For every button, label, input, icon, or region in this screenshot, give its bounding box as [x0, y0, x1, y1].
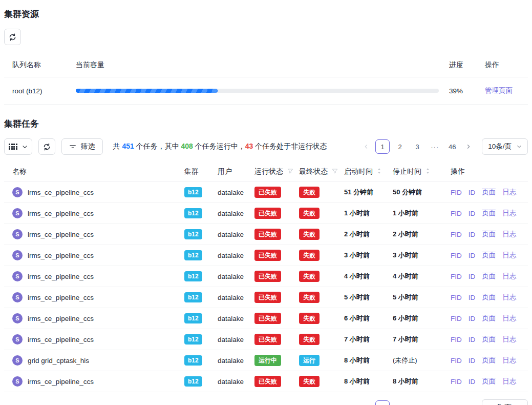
page-button-1[interactable]: 1	[375, 400, 390, 405]
action-link-页面[interactable]: 页面	[482, 188, 496, 197]
resources-action-header: 操作	[475, 53, 528, 77]
run-status-header-label: 运行状态	[254, 167, 283, 176]
action-link-页面[interactable]: 页面	[482, 356, 496, 365]
action-link-页面[interactable]: 页面	[482, 209, 496, 218]
cluster-badge: b12	[184, 292, 202, 302]
action-link-id[interactable]: ID	[469, 210, 476, 217]
cluster-badge: b12	[184, 334, 202, 345]
cluster-badge: b12	[184, 271, 202, 281]
summary-count: 43	[245, 142, 253, 150]
final-status-badge: 失败	[299, 208, 320, 219]
page-button-1[interactable]: 1	[375, 139, 390, 154]
filter-button[interactable]: 筛选	[61, 138, 103, 155]
prev-page-button[interactable]	[360, 400, 372, 405]
task-user: datalake	[218, 315, 254, 322]
action-link-id[interactable]: ID	[469, 189, 476, 196]
prev-page-button[interactable]	[360, 139, 372, 154]
action-link-id[interactable]: ID	[469, 231, 476, 238]
page-size-select[interactable]: 10条/页	[482, 399, 528, 405]
action-link-页面[interactable]: 页面	[482, 314, 496, 323]
stop-time: 2 小时前	[393, 230, 418, 238]
action-link-日志[interactable]: 日志	[502, 293, 516, 302]
task-name: irms_ce_pipeline_ccs	[28, 378, 94, 386]
next-page-button[interactable]	[462, 139, 475, 154]
cluster-badge: b12	[184, 229, 202, 239]
page-ellipsis[interactable]: ···	[428, 400, 442, 405]
action-link-id[interactable]: ID	[469, 252, 476, 259]
task-actions: FIDID页面日志	[440, 377, 528, 386]
action-link-fid[interactable]: FID	[451, 315, 462, 322]
tasks-toolbar: 筛选 共 451 个任务，其中 408 个任务运行中，43 个任务处于非运行状态…	[4, 138, 528, 155]
manage-page-link[interactable]: 管理页面	[485, 87, 513, 94]
action-link-页面[interactable]: 页面	[482, 377, 496, 386]
task-row: S irms_ce_pipeline_ccs b12 datalake 已失败 …	[4, 224, 528, 245]
action-link-日志[interactable]: 日志	[502, 335, 516, 344]
action-link-fid[interactable]: FID	[451, 336, 462, 343]
task-name: irms_ce_pipeline_ccs	[28, 189, 94, 196]
action-link-fid[interactable]: FID	[451, 210, 462, 217]
task-name: grid grid_cptask_his	[28, 357, 89, 364]
action-link-日志[interactable]: 日志	[502, 230, 516, 239]
filter-funnel-icon[interactable]	[332, 168, 338, 176]
action-link-日志[interactable]: 日志	[502, 251, 516, 260]
run-status-badge: 已失败	[254, 376, 281, 387]
action-link-fid[interactable]: FID	[451, 189, 462, 196]
next-page-button[interactable]	[462, 400, 475, 405]
action-link-id[interactable]: ID	[469, 294, 476, 301]
action-link-页面[interactable]: 页面	[482, 293, 496, 302]
task-name: irms_ce_pipeline_ccs	[28, 210, 94, 217]
sort-icon[interactable]	[425, 168, 430, 176]
resources-refresh-button[interactable]	[4, 29, 21, 45]
page-button-46[interactable]: 46	[445, 400, 459, 405]
page-button-3[interactable]: 3	[410, 139, 424, 154]
cluster-badge: b12	[184, 250, 202, 260]
start-time-header: 启动时间	[344, 162, 393, 181]
page-ellipsis[interactable]: ···	[428, 139, 442, 154]
page-button-2[interactable]: 2	[393, 139, 407, 154]
start-time: 3 小时前	[344, 251, 370, 259]
spark-avatar: S	[12, 313, 23, 323]
action-link-id[interactable]: ID	[469, 336, 476, 343]
task-user: datalake	[218, 273, 254, 280]
action-link-页面[interactable]: 页面	[482, 230, 496, 239]
action-link-id[interactable]: ID	[469, 357, 476, 364]
queue-name: root (b12)	[4, 78, 76, 104]
spark-avatar: S	[12, 208, 23, 218]
action-link-页面[interactable]: 页面	[482, 272, 496, 281]
action-link-id[interactable]: ID	[469, 315, 476, 322]
action-link-页面[interactable]: 页面	[482, 335, 496, 344]
page-button-3[interactable]: 3	[410, 400, 424, 405]
action-link-id[interactable]: ID	[469, 273, 476, 280]
task-row: S grid grid_cptask_his b12 datalake 运行中 …	[4, 350, 528, 371]
filter-funnel-icon[interactable]	[287, 168, 293, 176]
page-size-value: 10条/页	[488, 403, 512, 405]
action-link-日志[interactable]: 日志	[502, 209, 516, 218]
action-link-fid[interactable]: FID	[451, 378, 462, 386]
action-link-页面[interactable]: 页面	[482, 251, 496, 260]
action-link-fid[interactable]: FID	[451, 231, 462, 238]
page-button-2[interactable]: 2	[393, 400, 407, 405]
page-button-46[interactable]: 46	[445, 139, 459, 154]
action-link-fid[interactable]: FID	[451, 273, 462, 280]
task-actions: FIDID页面日志	[440, 230, 528, 239]
tasks-refresh-button[interactable]	[38, 138, 55, 155]
action-link-日志[interactable]: 日志	[502, 356, 516, 365]
action-link-日志[interactable]: 日志	[502, 377, 516, 386]
action-link-日志[interactable]: 日志	[502, 272, 516, 281]
action-link-fid[interactable]: FID	[451, 357, 462, 364]
filter-button-label: 筛选	[81, 142, 95, 151]
sort-icon[interactable]	[377, 168, 381, 176]
action-link-fid[interactable]: FID	[451, 294, 462, 301]
resources-table-row: root (b12) 39% 管理页面	[4, 77, 528, 105]
action-link-日志[interactable]: 日志	[502, 314, 516, 323]
run-status-badge: 已失败	[254, 250, 281, 261]
page-size-select[interactable]: 10条/页	[482, 138, 528, 155]
stop-time-header-label: 停止时间	[393, 167, 421, 176]
action-link-fid[interactable]: FID	[451, 252, 462, 259]
task-actions: FIDID页面日志	[440, 314, 528, 323]
task-row: S irms_ce_pipeline_ccs b12 datalake 已失败 …	[4, 329, 528, 350]
action-link-日志[interactable]: 日志	[502, 188, 516, 197]
bottom-pagination: 123···46 10条/页	[4, 399, 528, 405]
action-link-id[interactable]: ID	[469, 378, 476, 386]
column-settings-button[interactable]	[4, 138, 32, 155]
